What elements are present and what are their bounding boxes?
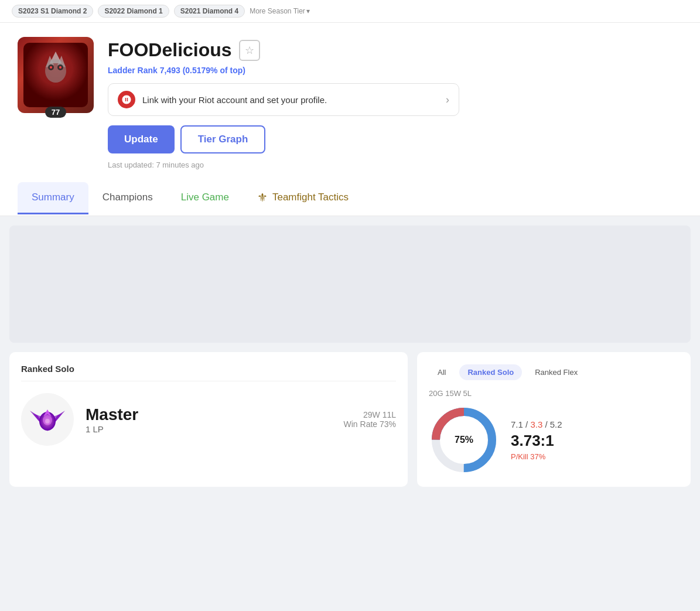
filter-ranked-solo-button[interactable]: Ranked Solo — [459, 364, 522, 380]
favorite-button[interactable]: ☆ — [239, 40, 260, 61]
avatar-level: 77 — [45, 107, 66, 118]
p-kill: P/Kill 37% — [511, 452, 679, 461]
chart-placeholder — [9, 226, 691, 343]
riot-icon — [118, 91, 135, 108]
ranked-info-row: Master 1 LP 29W 11L Win Rate 73% — [21, 388, 396, 446]
last-updated: Last updated: 7 minutes ago — [108, 161, 682, 169]
ranked-solo-title: Ranked Solo — [21, 364, 396, 381]
master-emblem-svg — [27, 399, 68, 440]
action-buttons: Update Tier Graph — [108, 125, 682, 153]
content-area: Ranked Solo — [0, 216, 700, 496]
chart-row: 75% 7.1 / 3.3 / 5.2 3.73:1 P/Kill 37% — [429, 405, 679, 475]
tier-graph-button[interactable]: Tier Graph — [180, 125, 266, 153]
donut-chart: 75% — [429, 405, 499, 475]
username-row: FOODelicious ☆ — [108, 39, 682, 61]
profile-header: 77 FOODelicious ☆ Ladder Rank 7,493 (0.5… — [18, 37, 682, 181]
filter-all-button[interactable]: All — [429, 364, 455, 381]
svg-point-5 — [45, 59, 66, 83]
update-button[interactable]: Update — [108, 125, 175, 153]
riot-link-arrow-icon: › — [446, 94, 449, 106]
tab-tft[interactable]: ⚜ Teamfight Tactics — [243, 181, 363, 216]
ranked-solo-panel: Ranked Solo — [9, 352, 408, 487]
svg-point-8 — [50, 66, 52, 69]
rank-emblem — [21, 393, 74, 446]
tab-live-game[interactable]: Live Game — [167, 182, 243, 214]
stats-panel: All Ranked Solo Ranked Flex 20G 15W 5L — [417, 352, 691, 487]
rank-record: 29W 11L Win Rate 73% — [344, 410, 396, 429]
dragon-svg — [23, 43, 88, 107]
profile-section: 77 FOODelicious ☆ Ladder Rank 7,493 (0.5… — [0, 23, 700, 181]
rank-details: Master 1 LP — [86, 405, 332, 434]
more-season-btn[interactable]: More Season Tier ▾ — [250, 7, 310, 15]
rank-name: Master — [86, 405, 332, 424]
games-record: 20G 15W 5L — [429, 389, 679, 398]
kda-ratio: 3.73:1 — [511, 432, 679, 450]
avatar-container: 77 — [18, 37, 94, 113]
stats-filter-row: All Ranked Solo Ranked Flex — [429, 364, 679, 381]
donut-label: 75% — [455, 435, 473, 445]
username: FOODelicious — [108, 39, 232, 61]
svg-point-9 — [59, 66, 62, 69]
avatar-dragon-art — [18, 37, 94, 113]
season-tag-s2022[interactable]: S2022 Diamond 1 — [98, 5, 169, 18]
season-bar: S2023 S1 Diamond 2 S2022 Diamond 1 S2021… — [0, 0, 700, 23]
avatar-image — [18, 37, 94, 113]
ladder-rank: Ladder Rank 7,493 (0.5179% of top) — [108, 66, 682, 75]
tab-champions[interactable]: Champions — [88, 182, 167, 214]
riot-link-text: Link with your Riot account and set your… — [142, 95, 439, 105]
rank-lp: 1 LP — [86, 424, 332, 434]
kda-numbers: 7.1 / 3.3 / 5.2 — [511, 419, 679, 429]
season-tag-s2021[interactable]: S2021 Diamond 4 — [174, 5, 245, 18]
filter-ranked-flex-button[interactable]: Ranked Flex — [527, 364, 586, 380]
bottom-panels: Ranked Solo — [9, 352, 691, 487]
tab-summary[interactable]: Summary — [18, 182, 88, 214]
rank-wl: 29W 11L — [344, 410, 396, 419]
tft-logo-icon: ⚜ — [257, 190, 268, 204]
season-tag-s2023s1[interactable]: S2023 S1 Diamond 2 — [12, 5, 93, 18]
rank-winrate: Win Rate 73% — [344, 419, 396, 429]
riot-link-banner[interactable]: Link with your Riot account and set your… — [108, 83, 459, 116]
riot-logo-svg — [121, 94, 132, 105]
kda-info: 7.1 / 3.3 / 5.2 3.73:1 P/Kill 37% — [511, 419, 679, 461]
svg-point-13 — [45, 419, 50, 424]
tabs-section: Summary Champions Live Game ⚜ Teamfight … — [0, 181, 700, 216]
profile-info: FOODelicious ☆ Ladder Rank 7,493 (0.5179… — [108, 37, 682, 181]
